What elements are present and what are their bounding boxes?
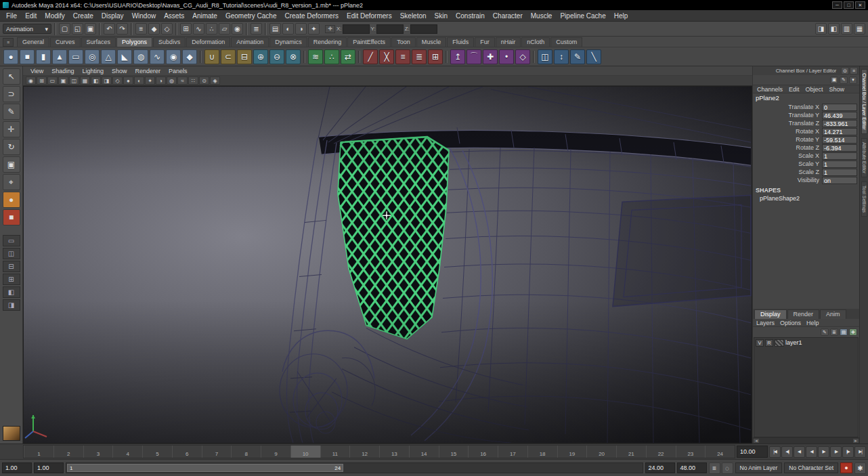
- new-empty-layer-icon[interactable]: ▤: [840, 328, 848, 336]
- channel-row[interactable]: Scale Y 1: [753, 160, 859, 168]
- channel-box-menu-item[interactable]: Channels: [757, 86, 783, 93]
- shelf-tab[interactable]: Deformation: [186, 37, 230, 47]
- channel-row[interactable]: Scale X 1: [753, 152, 859, 160]
- coord-input[interactable]: [343, 24, 370, 34]
- sidebar-tab[interactable]: Attribute Editor: [861, 138, 867, 177]
- append-polygon-icon[interactable]: ✚: [483, 49, 498, 64]
- frame-tick[interactable]: 16: [468, 446, 498, 458]
- film-gate-icon[interactable]: ▭: [47, 77, 58, 85]
- anim-layer-menu[interactable]: No Anim Layer: [735, 462, 783, 473]
- flip-normals-icon[interactable]: ↕: [554, 49, 569, 64]
- channel-row[interactable]: Translate X 0: [753, 103, 859, 111]
- sculpt-geometry-icon[interactable]: ✎: [570, 49, 585, 64]
- channel-value-field[interactable]: 1: [822, 160, 857, 168]
- layout-persp-outliner-icon[interactable]: ◧: [3, 286, 20, 298]
- channel-value-field[interactable]: -59.514: [822, 136, 857, 144]
- shelf-tab[interactable]: Subdivs: [153, 37, 186, 47]
- frame-tick[interactable]: 18: [527, 446, 557, 458]
- menu-item[interactable]: Pipeline Cache: [556, 12, 609, 20]
- shelf-tab[interactable]: Muscle: [416, 37, 447, 47]
- minimize-button[interactable]: ─: [832, 1, 842, 9]
- grid-icon[interactable]: ⊞: [37, 77, 47, 85]
- anim-layer-filter-icon[interactable]: ≡: [709, 462, 720, 474]
- ambient-occlusion-icon[interactable]: ◍: [167, 77, 177, 85]
- shaded-mode-icon[interactable]: ●: [123, 77, 133, 85]
- channel-speed-icon[interactable]: ▾: [849, 77, 857, 84]
- average-vertices-icon[interactable]: ∴: [324, 49, 339, 64]
- coord-input[interactable]: [410, 24, 437, 34]
- channel-value-field[interactable]: 0: [822, 104, 857, 111]
- shelf-tab[interactable]: General: [17, 37, 49, 47]
- frame-tick[interactable]: 21: [616, 446, 646, 458]
- layer-menu-item[interactable]: Layers: [756, 320, 775, 326]
- scroll-left-icon[interactable]: ◄: [753, 438, 760, 443]
- cut-faces-icon[interactable]: ╱: [363, 49, 378, 64]
- layer-editor-tab[interactable]: Display: [754, 309, 787, 319]
- add-divisions-icon[interactable]: ⊞: [428, 49, 443, 64]
- active-layout-thumbnail[interactable]: [3, 426, 20, 441]
- pin-panel-icon[interactable]: ⊙: [841, 67, 849, 74]
- time-slider[interactable]: 123456789101112131415161718192021222324: [23, 445, 735, 458]
- panel-menu-item[interactable]: Show: [108, 68, 131, 74]
- lock-channels-icon[interactable]: ▣: [830, 77, 838, 84]
- scroll-right-icon[interactable]: ►: [852, 438, 859, 443]
- open-render-view-icon[interactable]: ▤: [269, 23, 281, 35]
- poly-cone-icon[interactable]: ▲: [52, 49, 67, 64]
- scale-tool-icon[interactable]: ▣: [3, 156, 20, 173]
- menu-item[interactable]: Display: [97, 12, 128, 20]
- boolean-union-icon[interactable]: ⊕: [253, 49, 268, 64]
- channel-row[interactable]: Translate Y 46.439: [753, 111, 859, 119]
- snap-to-curve-icon[interactable]: ∿: [193, 23, 204, 35]
- layer-editor-tab[interactable]: Render: [787, 309, 820, 319]
- channel-value-field[interactable]: on: [822, 177, 857, 184]
- animation-preferences-icon[interactable]: ✱: [854, 462, 866, 474]
- channel-value-field[interactable]: -6.394: [822, 144, 857, 152]
- frame-tick[interactable]: 24: [705, 446, 735, 458]
- playback-start-field[interactable]: 1.00: [34, 462, 64, 473]
- selected-object-name[interactable]: pPlane2: [753, 93, 859, 103]
- field-chart-icon[interactable]: ▦: [80, 77, 90, 85]
- ipr-render-icon[interactable]: ◑: [295, 23, 307, 35]
- frame-tick[interactable]: 2: [53, 446, 83, 458]
- frame-tick[interactable]: 7: [202, 446, 232, 458]
- sidebar-tab[interactable]: Tool Settings: [861, 181, 867, 217]
- poly-prism-icon[interactable]: △: [101, 49, 116, 64]
- go-to-end-button[interactable]: ▶|: [854, 446, 866, 458]
- save-scene-icon[interactable]: ▣: [85, 23, 96, 35]
- rotate-tool-icon[interactable]: ↻: [3, 139, 20, 155]
- poly-sphere-icon[interactable]: ●: [3, 49, 18, 64]
- attribute-editor-toggle-icon[interactable]: ◨: [815, 23, 827, 35]
- mirror-geometry-icon[interactable]: ◫: [538, 49, 552, 64]
- platonic-solid-icon[interactable]: ◆: [182, 49, 197, 64]
- poly-plane-icon[interactable]: ▭: [68, 49, 83, 64]
- shelf-tab[interactable]: Surfaces: [81, 37, 116, 47]
- playback-end-field[interactable]: 24.00: [645, 462, 675, 473]
- gate-mask-icon[interactable]: ◫: [69, 77, 79, 85]
- coord-input[interactable]: [376, 24, 404, 34]
- frame-tick[interactable]: 4: [112, 446, 142, 458]
- select-by-component-icon[interactable]: ◇: [161, 23, 173, 35]
- mute-anim-icon[interactable]: ◌: [722, 462, 733, 474]
- channel-value-field[interactable]: 14.271: [822, 128, 857, 135]
- frame-tick[interactable]: 17: [498, 446, 527, 458]
- interactive-split-icon[interactable]: ╳: [379, 49, 394, 64]
- scrollbar-track[interactable]: [760, 438, 852, 443]
- menu-item[interactable]: Muscle: [527, 12, 557, 20]
- shelf-tab[interactable]: Rendering: [308, 37, 347, 47]
- paint-select-tool-icon[interactable]: ✎: [3, 104, 20, 120]
- shelf-tab[interactable]: Fur: [475, 37, 495, 47]
- layer-row[interactable]: V R layer1: [754, 338, 858, 347]
- soft-modification-tool-icon[interactable]: ●: [3, 192, 20, 208]
- channel-row[interactable]: Translate Z -833.961: [753, 119, 859, 127]
- titlebar[interactable]: Autodesk Maya 2014 x64: C:\Users\USUARIO…: [0, 0, 868, 10]
- select-tool-icon[interactable]: ↖: [3, 68, 20, 85]
- current-time-field[interactable]: 10.00: [737, 446, 768, 458]
- play-backwards-button[interactable]: ◀: [806, 446, 817, 458]
- menu-item[interactable]: Create Deformers: [281, 12, 343, 20]
- shadows-icon[interactable]: ◑: [156, 77, 166, 85]
- resolution-gate-icon[interactable]: ▣: [58, 77, 68, 85]
- universal-manipulator-icon[interactable]: ⌖: [3, 174, 20, 190]
- menu-item[interactable]: Animate: [188, 12, 221, 20]
- insert-edge-loop-icon[interactable]: ≡: [395, 49, 410, 64]
- lasso-select-tool-icon[interactable]: ⊃: [3, 86, 20, 102]
